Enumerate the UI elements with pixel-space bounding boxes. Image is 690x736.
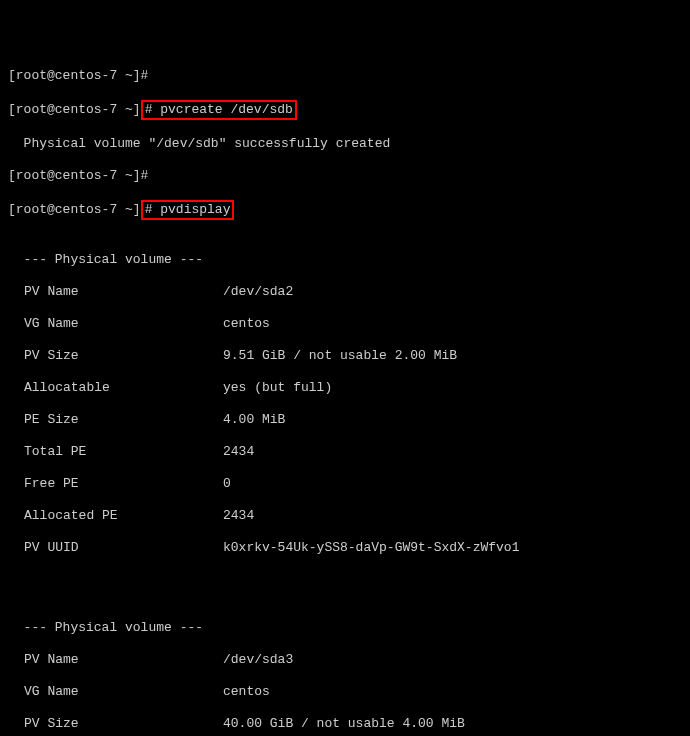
hash: # [145,102,161,117]
hash: # [145,202,161,217]
allocatable-val: yes (but full) [223,380,682,396]
pv-size-key: PV Size [8,348,223,364]
pv-row: PV Size9.51 GiB / not usable 2.00 MiB [8,348,682,364]
free-pe-key: Free PE [8,476,223,492]
allocatable-key: Allocatable [8,380,223,396]
output-pvcreate: Physical volume "/dev/sdb" successfully … [8,136,682,152]
prompt-line: [root@centos-7 ~]# [8,68,682,84]
prompt-line: [root@centos-7 ~]# [8,168,682,184]
cmd-line-pvcreate: [root@centos-7 ~]# pvcreate /dev/sdb [8,100,682,120]
pv-header: --- Physical volume --- [8,620,682,636]
pv-row: Free PE0 [8,476,682,492]
pv-row: Allocatableyes (but full) [8,380,682,396]
free-pe-val: 0 [223,476,682,492]
pv-name-key: PV Name [8,652,223,668]
pe-size-key: PE Size [8,412,223,428]
vg-name-key: VG Name [8,316,223,332]
pv-size-key: PV Size [8,716,223,732]
allocated-pe-val: 2434 [223,508,682,524]
pv-row: PV Name/dev/sda3 [8,652,682,668]
pv-row: PV UUIDk0xrkv-54Uk-ySS8-daVp-GW9t-SxdX-z… [8,540,682,556]
highlight-pvcreate: # pvcreate /dev/sdb [141,100,297,120]
vg-name-val: centos [223,684,682,700]
total-pe-val: 2434 [223,444,682,460]
pv-row: Allocated PE2434 [8,508,682,524]
highlight-pvdisplay: # pvdisplay [141,200,235,220]
pv-row: PE Size4.00 MiB [8,412,682,428]
pv-row: VG Namecentos [8,684,682,700]
prompt: [root@centos-7 ~] [8,102,141,117]
pv-name-val: /dev/sda2 [223,284,682,300]
pv-name-key: PV Name [8,284,223,300]
pv-uuid-key: PV UUID [8,540,223,556]
total-pe-key: Total PE [8,444,223,460]
pv-name-val: /dev/sda3 [223,652,682,668]
cmd-line-pvdisplay: [root@centos-7 ~]# pvdisplay [8,200,682,220]
prompt: [root@centos-7 ~]# [8,68,148,83]
vg-name-val: centos [223,316,682,332]
pv-uuid-val: k0xrkv-54Uk-ySS8-daVp-GW9t-SxdX-zWfvo1 [223,540,682,556]
allocated-pe-key: Allocated PE [8,508,223,524]
pv-row: PV Size40.00 GiB / not usable 4.00 MiB [8,716,682,732]
command-text: pvcreate /dev/sdb [160,102,293,117]
pv-row: Total PE2434 [8,444,682,460]
pv-row: VG Namecentos [8,316,682,332]
blank-line [8,572,682,588]
pv-header: --- Physical volume --- [8,252,682,268]
pe-size-val: 4.00 MiB [223,412,682,428]
pv-size-val: 9.51 GiB / not usable 2.00 MiB [223,348,682,364]
prompt: [root@centos-7 ~] [8,202,141,217]
pv-row: PV Name/dev/sda2 [8,284,682,300]
vg-name-key: VG Name [8,684,223,700]
command-text: pvdisplay [160,202,230,217]
pv-size-val: 40.00 GiB / not usable 4.00 MiB [223,716,682,732]
